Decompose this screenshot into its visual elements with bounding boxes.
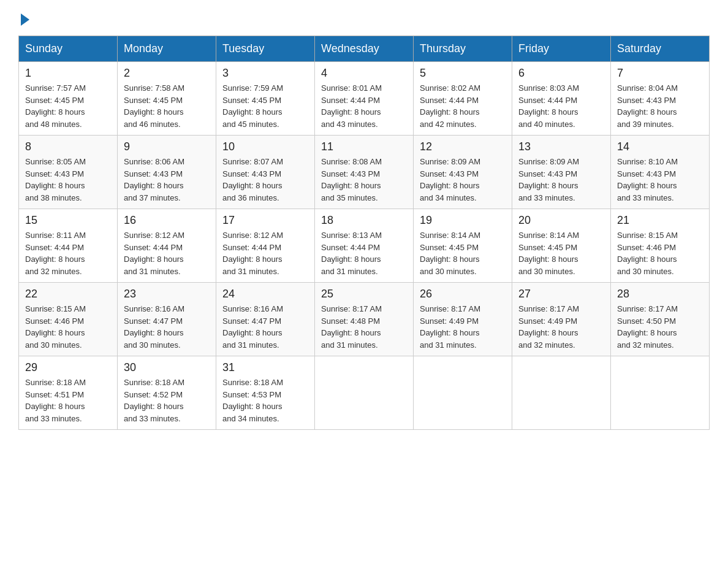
logo-arrow-icon xyxy=(21,13,29,26)
day-info: Sunrise: 8:17 AMSunset: 4:49 PMDaylight:… xyxy=(518,303,604,351)
day-number: 4 xyxy=(321,67,407,80)
weekday-header-thursday: Thursday xyxy=(414,36,512,62)
calendar-cell: 21Sunrise: 8:15 AMSunset: 4:46 PMDayligh… xyxy=(611,209,710,283)
calendar-cell: 20Sunrise: 8:14 AMSunset: 4:45 PMDayligh… xyxy=(512,209,611,283)
calendar-cell: 2Sunrise: 7:58 AMSunset: 4:45 PMDaylight… xyxy=(118,62,216,136)
day-number: 5 xyxy=(420,67,506,80)
calendar-cell: 26Sunrise: 8:17 AMSunset: 4:49 PMDayligh… xyxy=(414,283,512,356)
calendar-table: SundayMondayTuesdayWednesdayThursdayFrid… xyxy=(18,36,710,430)
day-info: Sunrise: 8:01 AMSunset: 4:44 PMDaylight:… xyxy=(321,82,407,130)
day-number: 25 xyxy=(321,288,407,301)
day-number: 15 xyxy=(25,214,111,227)
day-number: 26 xyxy=(420,288,506,301)
weekday-header-wednesday: Wednesday xyxy=(315,36,414,62)
calendar-cell: 28Sunrise: 8:17 AMSunset: 4:50 PMDayligh… xyxy=(611,283,710,356)
calendar-cell: 10Sunrise: 8:07 AMSunset: 4:43 PMDayligh… xyxy=(216,136,315,209)
day-info: Sunrise: 8:07 AMSunset: 4:43 PMDaylight:… xyxy=(222,156,308,204)
day-info: Sunrise: 8:06 AMSunset: 4:43 PMDaylight:… xyxy=(124,156,210,204)
day-info: Sunrise: 8:17 AMSunset: 4:50 PMDaylight:… xyxy=(617,303,703,351)
week-row-4: 22Sunrise: 8:15 AMSunset: 4:46 PMDayligh… xyxy=(19,283,710,356)
calendar-cell: 11Sunrise: 8:08 AMSunset: 4:43 PMDayligh… xyxy=(315,136,414,209)
weekday-header-tuesday: Tuesday xyxy=(216,36,315,62)
calendar-cell: 12Sunrise: 8:09 AMSunset: 4:43 PMDayligh… xyxy=(414,136,512,209)
week-row-5: 29Sunrise: 8:18 AMSunset: 4:51 PMDayligh… xyxy=(19,356,710,430)
day-number: 31 xyxy=(222,361,308,374)
day-info: Sunrise: 8:17 AMSunset: 4:48 PMDaylight:… xyxy=(321,303,407,351)
calendar-cell xyxy=(611,356,710,430)
day-info: Sunrise: 8:16 AMSunset: 4:47 PMDaylight:… xyxy=(222,303,308,351)
calendar-cell: 23Sunrise: 8:16 AMSunset: 4:47 PMDayligh… xyxy=(118,283,216,356)
calendar-cell: 17Sunrise: 8:12 AMSunset: 4:44 PMDayligh… xyxy=(216,209,315,283)
day-info: Sunrise: 8:18 AMSunset: 4:52 PMDaylight:… xyxy=(124,377,210,424)
day-info: Sunrise: 8:13 AMSunset: 4:44 PMDaylight:… xyxy=(321,229,407,277)
day-number: 24 xyxy=(222,288,308,301)
calendar-cell: 29Sunrise: 8:18 AMSunset: 4:51 PMDayligh… xyxy=(19,356,118,430)
calendar-cell: 24Sunrise: 8:16 AMSunset: 4:47 PMDayligh… xyxy=(216,283,315,356)
day-number: 1 xyxy=(25,67,111,80)
calendar-cell: 9Sunrise: 8:06 AMSunset: 4:43 PMDaylight… xyxy=(118,136,216,209)
day-number: 27 xyxy=(518,288,604,301)
day-number: 9 xyxy=(124,140,210,153)
day-number: 28 xyxy=(617,288,703,301)
calendar-cell: 3Sunrise: 7:59 AMSunset: 4:45 PMDaylight… xyxy=(216,62,315,136)
calendar-cell: 5Sunrise: 8:02 AMSunset: 4:44 PMDaylight… xyxy=(414,62,512,136)
day-number: 20 xyxy=(518,214,604,227)
day-info: Sunrise: 8:11 AMSunset: 4:44 PMDaylight:… xyxy=(25,229,111,277)
day-info: Sunrise: 8:14 AMSunset: 4:45 PMDaylight:… xyxy=(518,229,604,277)
week-row-3: 15Sunrise: 8:11 AMSunset: 4:44 PMDayligh… xyxy=(19,209,710,283)
day-number: 16 xyxy=(124,214,210,227)
calendar-cell: 13Sunrise: 8:09 AMSunset: 4:43 PMDayligh… xyxy=(512,136,611,209)
day-info: Sunrise: 8:12 AMSunset: 4:44 PMDaylight:… xyxy=(124,229,210,277)
day-number: 22 xyxy=(25,288,111,301)
day-number: 19 xyxy=(420,214,506,227)
calendar-cell: 30Sunrise: 8:18 AMSunset: 4:52 PMDayligh… xyxy=(118,356,216,430)
day-info: Sunrise: 8:10 AMSunset: 4:43 PMDaylight:… xyxy=(617,156,703,204)
calendar-cell xyxy=(315,356,414,430)
calendar-cell: 14Sunrise: 8:10 AMSunset: 4:43 PMDayligh… xyxy=(611,136,710,209)
calendar-cell: 18Sunrise: 8:13 AMSunset: 4:44 PMDayligh… xyxy=(315,209,414,283)
day-info: Sunrise: 8:14 AMSunset: 4:45 PMDaylight:… xyxy=(420,229,506,277)
day-info: Sunrise: 8:08 AMSunset: 4:43 PMDaylight:… xyxy=(321,156,407,204)
day-number: 23 xyxy=(124,288,210,301)
weekday-header-saturday: Saturday xyxy=(611,36,710,62)
day-info: Sunrise: 8:16 AMSunset: 4:47 PMDaylight:… xyxy=(124,303,210,351)
day-info: Sunrise: 8:17 AMSunset: 4:49 PMDaylight:… xyxy=(420,303,506,351)
day-number: 30 xyxy=(124,361,210,374)
day-info: Sunrise: 7:57 AMSunset: 4:45 PMDaylight:… xyxy=(25,82,111,130)
day-info: Sunrise: 7:59 AMSunset: 4:45 PMDaylight:… xyxy=(222,82,308,130)
day-number: 7 xyxy=(617,67,703,80)
calendar-cell: 19Sunrise: 8:14 AMSunset: 4:45 PMDayligh… xyxy=(414,209,512,283)
calendar-cell xyxy=(512,356,611,430)
day-number: 11 xyxy=(321,140,407,153)
day-info: Sunrise: 8:18 AMSunset: 4:53 PMDaylight:… xyxy=(222,377,308,424)
day-number: 21 xyxy=(617,214,703,227)
page-header xyxy=(18,12,710,23)
weekday-header-sunday: Sunday xyxy=(19,36,118,62)
day-number: 12 xyxy=(420,140,506,153)
calendar-cell: 15Sunrise: 8:11 AMSunset: 4:44 PMDayligh… xyxy=(19,209,118,283)
day-info: Sunrise: 8:15 AMSunset: 4:46 PMDaylight:… xyxy=(25,303,111,351)
day-info: Sunrise: 8:04 AMSunset: 4:43 PMDaylight:… xyxy=(617,82,703,130)
day-info: Sunrise: 8:12 AMSunset: 4:44 PMDaylight:… xyxy=(222,229,308,277)
day-info: Sunrise: 8:18 AMSunset: 4:51 PMDaylight:… xyxy=(25,377,111,424)
calendar-cell: 1Sunrise: 7:57 AMSunset: 4:45 PMDaylight… xyxy=(19,62,118,136)
week-row-2: 8Sunrise: 8:05 AMSunset: 4:43 PMDaylight… xyxy=(19,136,710,209)
day-info: Sunrise: 8:09 AMSunset: 4:43 PMDaylight:… xyxy=(518,156,604,204)
calendar-cell: 4Sunrise: 8:01 AMSunset: 4:44 PMDaylight… xyxy=(315,62,414,136)
day-number: 14 xyxy=(617,140,703,153)
weekday-header-monday: Monday xyxy=(118,36,216,62)
logo xyxy=(18,12,29,23)
day-number: 17 xyxy=(222,214,308,227)
day-info: Sunrise: 7:58 AMSunset: 4:45 PMDaylight:… xyxy=(124,82,210,130)
logo-top xyxy=(18,12,29,26)
day-number: 6 xyxy=(518,67,604,80)
day-number: 3 xyxy=(222,67,308,80)
calendar-cell: 27Sunrise: 8:17 AMSunset: 4:49 PMDayligh… xyxy=(512,283,611,356)
calendar-cell: 6Sunrise: 8:03 AMSunset: 4:44 PMDaylight… xyxy=(512,62,611,136)
day-number: 10 xyxy=(222,140,308,153)
calendar-cell: 25Sunrise: 8:17 AMSunset: 4:48 PMDayligh… xyxy=(315,283,414,356)
day-number: 18 xyxy=(321,214,407,227)
weekday-header-friday: Friday xyxy=(512,36,611,62)
calendar-cell: 8Sunrise: 8:05 AMSunset: 4:43 PMDaylight… xyxy=(19,136,118,209)
day-number: 2 xyxy=(124,67,210,80)
